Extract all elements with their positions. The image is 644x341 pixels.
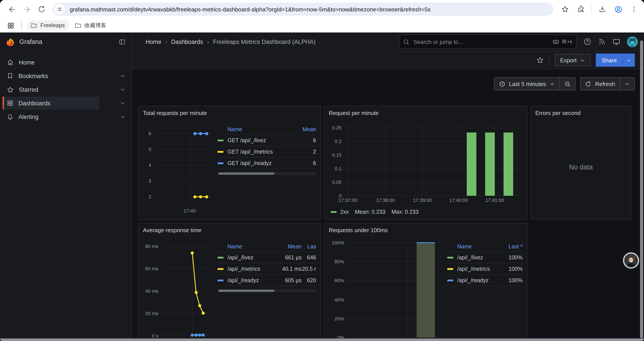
home-icon: [6, 59, 14, 66]
search-shortcut: ⌘+k: [552, 38, 572, 45]
breadcrumb-home[interactable]: Home: [146, 38, 161, 45]
back-icon[interactable]: [4, 2, 19, 17]
bookmark-folder-freeleaps[interactable]: Freeleaps: [26, 20, 68, 31]
legend-header-mean[interactable]: Mean: [297, 126, 316, 133]
no-data-message: No data: [535, 118, 626, 217]
legend-row[interactable]: /api/_/livez 100%: [447, 251, 522, 263]
chart-requests-under-100ms: 100%80%60%40%20%0% 17:40: [329, 235, 444, 341]
chevron-down-icon[interactable]: [120, 114, 126, 120]
search-box[interactable]: ⌘+k: [399, 35, 576, 49]
sidebar-item-starred[interactable]: Starred: [0, 83, 132, 96]
panel-request-per-minute[interactable]: Request per minute 0.250.20.150.10.050 1…: [324, 106, 528, 220]
chevron-down-icon[interactable]: [120, 100, 126, 106]
url-bar[interactable]: [52, 3, 553, 16]
site-settings-icon[interactable]: [54, 4, 65, 15]
series-swatch: [218, 256, 224, 258]
time-range-picker[interactable]: Last 5 minutes: [494, 78, 560, 90]
legend-scrollbar[interactable]: [218, 172, 316, 175]
legend-header-name[interactable]: Name: [228, 126, 297, 133]
menu-kebab-icon[interactable]: [626, 2, 641, 17]
legend-header-last[interactable]: Last *: [503, 244, 522, 250]
extensions-icon[interactable]: [574, 2, 588, 17]
breadcrumb-dashboards[interactable]: Dashboards: [161, 38, 203, 45]
chart-total-requests: 65432 17:40: [143, 118, 214, 217]
bookmark-folder-blogs[interactable]: 收藏博客: [70, 20, 110, 31]
y-axis-labels: 0.250.20.150.10.050: [329, 125, 342, 196]
bookmarks-bar: Freeleaps 收藏博客: [0, 19, 644, 33]
legend-row[interactable]: GET /api/_/livez 6: [218, 134, 316, 146]
y-axis-labels: 65432: [143, 127, 151, 206]
legend-row[interactable]: /api/_/metrics 40.1 ms 20.5 r: [218, 263, 316, 274]
legend-row[interactable]: GET /api/_/readyz 6: [218, 157, 316, 169]
page-scrollbar-horizontal[interactable]: [0, 338, 644, 341]
download-icon[interactable]: [595, 2, 610, 17]
legend-row[interactable]: GET /api/_/metrics 2: [218, 146, 316, 157]
panel-avg-response-time[interactable]: Average response time 80 ms60 ms40 ms20 …: [138, 223, 321, 341]
legend-row[interactable]: /api/_/readyz 100%: [447, 274, 522, 286]
panel-title: Requests under 100ms: [329, 226, 522, 235]
toolbar-actions: [558, 2, 641, 17]
legend-header-name[interactable]: Name: [457, 244, 503, 250]
panel-requests-under-100ms[interactable]: Requests under 100ms 100%80%60%40%20%0% …: [324, 223, 528, 341]
legend-header-name[interactable]: Name: [228, 244, 277, 250]
grafana-app: Grafana Home Dashboards Freeleaps Metric…: [0, 33, 644, 341]
user-avatar[interactable]: [627, 36, 638, 47]
plot-area[interactable]: [347, 243, 441, 337]
time-range-group: Last 5 minutes: [494, 77, 576, 90]
legend-table: Name Mean GET /api/_/livez 6 GET /api/_/…: [218, 125, 316, 217]
reload-icon[interactable]: [34, 2, 49, 17]
sidebar-item-dashboards[interactable]: Dashboards: [0, 97, 132, 110]
series-swatch: [447, 256, 453, 258]
page-scrollbar-vertical[interactable]: [640, 40, 643, 338]
screen: Freeleaps 收藏博客 Grafana Home Das: [0, 0, 644, 341]
panel-total-requests[interactable]: Total requests per minute 65432 17:40 Na…: [138, 106, 321, 220]
grafana-header: Home Dashboards Freeleaps Metrics Dashbo…: [132, 33, 644, 51]
folder-icon: [74, 22, 81, 29]
legend-header-last[interactable]: Las: [302, 244, 316, 250]
search-input[interactable]: [412, 38, 552, 46]
panel-errors-per-second[interactable]: Errors per second No data: [530, 106, 631, 220]
plot-area[interactable]: [154, 127, 211, 206]
url-input[interactable]: [69, 6, 553, 13]
monitor-icon[interactable]: [612, 38, 620, 46]
series-swatch: [218, 268, 224, 270]
sidebar-item-label: Dashboards: [18, 100, 50, 106]
favorite-star-icon[interactable]: [536, 56, 544, 64]
legend-row[interactable]: /api/_/readyz 605 µs 620: [218, 274, 316, 286]
refresh-interval-dropdown[interactable]: [620, 78, 634, 90]
share-button[interactable]: Share: [596, 54, 622, 67]
refresh-button[interactable]: Refresh: [581, 78, 620, 90]
chevron-down-icon[interactable]: [120, 73, 126, 79]
bookmark-star-icon[interactable]: [558, 2, 572, 17]
legend-scrollbar[interactable]: [218, 289, 316, 292]
zoom-out-button[interactable]: [560, 78, 576, 90]
sidebar-toggle-icon[interactable]: [118, 38, 126, 46]
sidebar-item-alerting[interactable]: Alerting: [0, 110, 132, 123]
legend-row[interactable]: /api/_/livez 661 µs 646: [218, 251, 316, 263]
apps-grid-icon[interactable]: [4, 19, 17, 32]
sidebar-item-bookmarks[interactable]: Bookmarks: [0, 69, 132, 83]
legend-mean: Mean: 0.233: [355, 209, 385, 215]
legend-series[interactable]: 2xx: [330, 209, 349, 215]
news-rss-icon[interactable]: [598, 38, 606, 46]
plot-area[interactable]: [161, 243, 211, 337]
grafana-brand: Grafana: [0, 33, 132, 51]
profile-icon[interactable]: [611, 2, 626, 17]
series-swatch: [218, 151, 224, 153]
help-icon[interactable]: [584, 38, 592, 46]
sidebar-menu: Home Bookmarks Starred: [0, 51, 132, 341]
plot-area[interactable]: [344, 125, 520, 196]
assistant-avatar[interactable]: [623, 252, 639, 269]
sidebar-item-home[interactable]: Home: [0, 56, 132, 69]
legend-row[interactable]: /api/_/metrics 100%: [447, 263, 522, 274]
dashboard-grid: Total requests per minute 65432 17:40 Na…: [132, 101, 644, 341]
export-button[interactable]: Export: [555, 54, 590, 66]
forward-icon[interactable]: [19, 2, 34, 17]
grafana-logo-icon[interactable]: [6, 37, 15, 46]
sidebar-item-label: Alerting: [18, 113, 38, 120]
chevron-down-icon[interactable]: [120, 87, 126, 93]
legend-header-mean[interactable]: Mean: [277, 244, 302, 250]
sidebar-item-label: Starred: [19, 86, 38, 93]
share-dropdown-button[interactable]: [622, 54, 635, 67]
browser-toolbar: [0, 0, 644, 19]
